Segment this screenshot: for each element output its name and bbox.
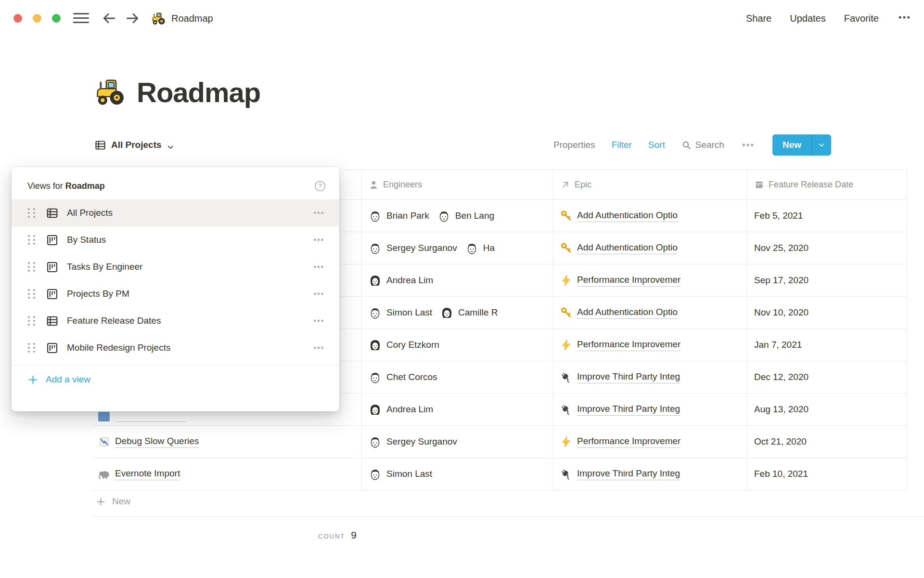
date-cell[interactable]: Feb 10, 2021 — [747, 458, 907, 490]
view-item-menu-icon[interactable] — [312, 288, 325, 300]
date-cell[interactable]: Jan 7, 2021 — [747, 329, 907, 361]
page-emoji-tractor-icon[interactable] — [94, 76, 126, 108]
epic-cell[interactable]: Performance Improvemer — [553, 264, 747, 296]
engineer-chip: Andrea Lim — [369, 403, 433, 416]
date-cell[interactable]: Nov 25, 2020 — [747, 232, 907, 264]
epic-link[interactable]: Add Authentication Optio — [577, 210, 678, 222]
header-cell-epic[interactable]: Epic — [553, 170, 747, 199]
header-cell-engineers[interactable]: Engineers — [361, 170, 553, 199]
more-menu-icon[interactable] — [897, 10, 911, 26]
date-cell[interactable]: Aug 13, 2020 — [747, 394, 907, 425]
epic-cell[interactable]: Improve Third Party Integ — [553, 458, 747, 490]
engineers-cell[interactable]: Cory Etzkorn — [361, 329, 553, 361]
view-item-feature-release-dates[interactable]: Feature Release Dates — [12, 307, 339, 334]
drag-handle-icon[interactable] — [26, 316, 37, 326]
drag-handle-icon[interactable] — [26, 262, 37, 272]
view-item-projects-by-pm[interactable]: Projects By PM — [12, 280, 339, 307]
plug-icon — [560, 468, 572, 480]
epic-link[interactable]: Add Authentication Optio — [577, 307, 678, 319]
new-button-caret[interactable] — [812, 134, 831, 156]
new-row-button[interactable]: New — [91, 486, 924, 517]
search-button[interactable]: Search — [681, 140, 724, 150]
view-item-mobile-redesign-projects[interactable]: Mobile Redesign Projects — [12, 334, 339, 361]
view-switcher[interactable]: All Projects — [94, 139, 175, 151]
epic-link[interactable]: Add Authentication Optio — [577, 242, 678, 254]
engineers-cell[interactable]: Chet Corcos — [361, 361, 553, 393]
chevron-down-icon — [167, 141, 175, 149]
close-window-button[interactable] — [13, 14, 22, 23]
forward-button[interactable] — [125, 11, 140, 26]
share-button[interactable]: Share — [746, 13, 771, 24]
epic-cell[interactable]: Add Authentication Optio — [553, 232, 747, 264]
view-item-by-status[interactable]: By Status — [12, 226, 339, 253]
view-item-all-projects[interactable]: All Projects — [12, 199, 339, 226]
epic-link[interactable]: Improve Third Party Integ — [577, 468, 680, 480]
engineers-cell[interactable]: Sergey Surganov — [361, 426, 553, 458]
epic-cell[interactable]: Add Authentication Optio — [553, 200, 747, 232]
back-button[interactable] — [102, 11, 117, 26]
properties-button[interactable]: Properties — [553, 140, 595, 150]
count-row: COUNT 9 — [91, 523, 361, 545]
epic-cell[interactable]: Performance Improvemer — [553, 426, 747, 458]
epic-cell[interactable]: Add Authentication Optio — [553, 297, 747, 328]
drag-handle-icon[interactable] — [26, 289, 37, 299]
drag-handle-icon[interactable] — [26, 208, 37, 218]
project-link[interactable]: Evernote Import — [115, 468, 180, 480]
engineers-cell[interactable]: Sergey SurganovHa — [361, 232, 553, 264]
tractor-icon — [94, 76, 126, 108]
epic-link[interactable]: Performance Improvemer — [577, 436, 680, 448]
engineers-cell[interactable]: Simon Last — [361, 458, 553, 490]
plus-icon — [91, 497, 112, 507]
engineer-chip: Ha — [465, 242, 495, 255]
view-item-tasks-by-engineer[interactable]: Tasks By Engineer — [12, 253, 339, 280]
drag-handle-icon[interactable] — [26, 235, 37, 245]
add-view-button[interactable]: Add a view — [12, 366, 339, 394]
updates-button[interactable]: Updates — [790, 13, 826, 24]
favorite-button[interactable]: Favorite — [844, 13, 879, 24]
view-options-icon[interactable] — [741, 138, 755, 152]
plus-icon — [96, 497, 106, 507]
partially-hidden-project-link[interactable] — [115, 410, 186, 422]
project-cell[interactable]: Debug Slow Queries — [91, 426, 361, 458]
epic-cell[interactable]: Performance Improvemer — [553, 329, 747, 361]
filter-button[interactable]: Filter — [612, 140, 632, 150]
engineers-cell[interactable]: Andrea Lim — [361, 394, 553, 425]
help-icon[interactable]: ? — [314, 180, 326, 192]
window-controls — [13, 14, 61, 23]
page-title[interactable]: Roadmap — [137, 76, 260, 108]
view-item-menu-icon[interactable] — [312, 315, 325, 327]
epic-cell[interactable]: Improve Third Party Integ — [553, 361, 747, 393]
epic-link[interactable]: Improve Third Party Integ — [577, 404, 680, 416]
project-cell[interactable]: Evernote Import — [91, 458, 361, 490]
search-icon — [681, 140, 692, 150]
view-item-menu-icon[interactable] — [312, 207, 325, 219]
epic-link[interactable]: Improve Third Party Integ — [577, 371, 680, 383]
new-button[interactable]: New — [772, 134, 831, 156]
header-cell-feature-release-date[interactable]: Feature Release Date — [747, 170, 907, 199]
epic-link[interactable]: Performance Improvemer — [577, 275, 680, 287]
avatar-woman-icon — [369, 339, 382, 352]
view-item-menu-icon[interactable] — [312, 261, 325, 273]
engineer-name: Andrea Lim — [386, 275, 433, 286]
epic-link[interactable]: Performance Improvemer — [577, 339, 680, 351]
date-cell[interactable]: Feb 5, 2021 — [747, 200, 907, 232]
sidebar-menu-icon[interactable] — [73, 13, 89, 23]
view-type-icon — [46, 315, 59, 328]
engineers-cell[interactable]: Brian ParkBen Lang — [361, 200, 553, 232]
view-item-menu-icon[interactable] — [312, 234, 325, 246]
date-cell[interactable]: Nov 10, 2020 — [747, 297, 907, 328]
sort-button[interactable]: Sort — [648, 140, 665, 150]
project-link[interactable]: Debug Slow Queries — [115, 436, 199, 448]
key-icon — [560, 307, 572, 319]
engineers-cell[interactable]: Andrea Lim — [361, 264, 553, 296]
date-cell[interactable]: Oct 21, 2020 — [747, 426, 907, 458]
view-item-menu-icon[interactable] — [312, 342, 325, 354]
date-cell[interactable]: Sep 17, 2020 — [747, 264, 907, 296]
drag-handle-icon[interactable] — [26, 343, 37, 353]
epic-cell[interactable]: Improve Third Party Integ — [553, 394, 747, 425]
breadcrumb[interactable]: Roadmap — [151, 10, 213, 27]
zoom-window-button[interactable] — [52, 14, 61, 23]
minimize-window-button[interactable] — [33, 14, 41, 23]
date-cell[interactable]: Dec 12, 2020 — [747, 361, 907, 393]
engineers-cell[interactable]: Simon LastCamille R — [361, 297, 553, 328]
